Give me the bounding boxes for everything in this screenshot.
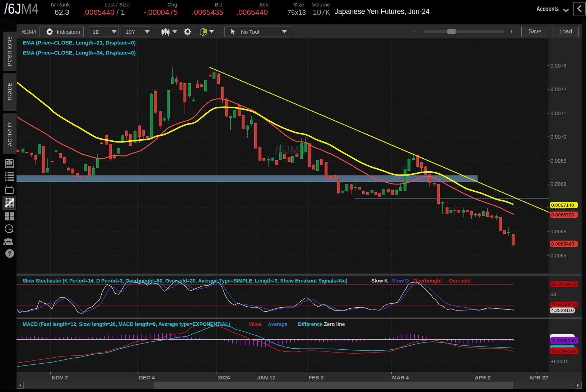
svg-text:0.0065: 0.0065	[550, 253, 566, 258]
svg-text:20.0000000: 20.0000000	[551, 302, 577, 307]
svg-text:50: 50	[550, 291, 556, 297]
svg-text:0.0071: 0.0071	[550, 111, 566, 116]
svg-text:0.0066720: 0.0066720	[551, 212, 574, 218]
svg-text:0.0067140: 0.0067140	[551, 202, 574, 208]
svg-text:?: ?	[8, 250, 11, 257]
svg-text:0.0073: 0.0073	[550, 63, 566, 69]
svg-text:0.0066: 0.0066	[550, 229, 566, 234]
svg-text:4.2528110: 4.2528110	[551, 308, 574, 313]
svg-text:-0.0001: -0.0001	[550, 359, 568, 364]
svg-text:0.0068: 0.0068	[550, 181, 566, 187]
svg-text:0.0069: 0.0069	[550, 158, 566, 164]
svg-text:0.0072: 0.0072	[550, 87, 566, 92]
svg-text:0.0065440: 0.0065440	[551, 241, 574, 247]
svg-text:-0.0000558: -0.0000558	[551, 349, 576, 354]
svg-text:0.0070: 0.0070	[550, 134, 566, 140]
svg-text:-0.0000090: -0.0000090	[551, 338, 576, 344]
svg-text:80.0000000: 80.0000000	[551, 281, 577, 287]
